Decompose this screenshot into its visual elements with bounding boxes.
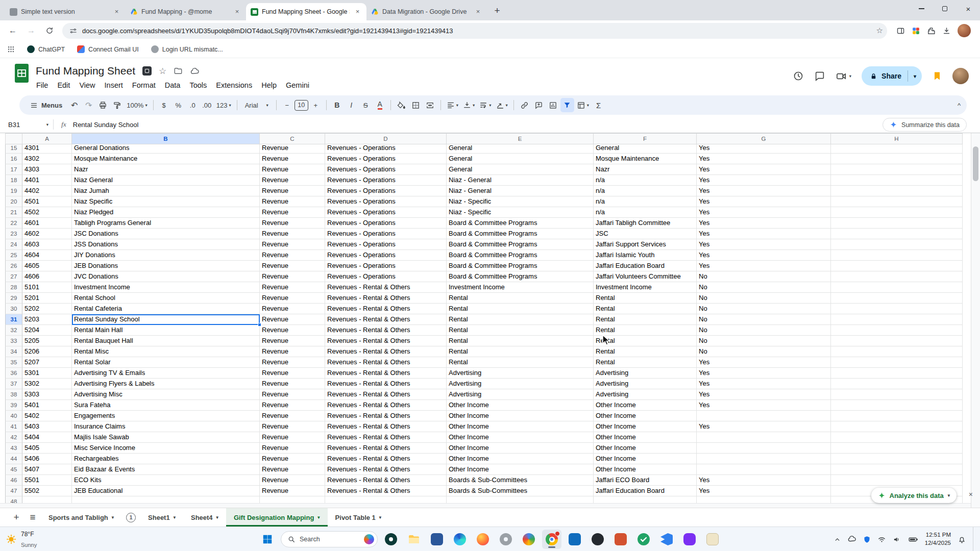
cell-H18[interactable] bbox=[831, 175, 963, 186]
apps-grid-icon[interactable] bbox=[7, 45, 15, 53]
cell-D18[interactable]: Revenues - Operations bbox=[325, 175, 447, 186]
cell-F18[interactable]: n/a bbox=[594, 175, 697, 186]
cell-H43[interactable] bbox=[831, 443, 963, 454]
column-header-C[interactable]: C bbox=[260, 133, 325, 144]
row-header-15[interactable]: 15 bbox=[5, 144, 22, 154]
menu-help[interactable]: Help bbox=[257, 80, 281, 91]
cell-A48[interactable] bbox=[22, 496, 72, 503]
column-header-F[interactable]: F bbox=[594, 133, 697, 144]
security-shield-icon[interactable] bbox=[863, 536, 871, 543]
cell-E46[interactable]: Boards & Sub-Committees bbox=[447, 475, 594, 486]
row-header-23[interactable]: 23 bbox=[5, 229, 22, 239]
row-header-41[interactable]: 41 bbox=[5, 421, 22, 432]
row-header-34[interactable]: 34 bbox=[5, 346, 22, 357]
currency-format-button[interactable]: $ bbox=[157, 98, 171, 112]
cell-G17[interactable]: Yes bbox=[697, 164, 831, 175]
cell-H20[interactable] bbox=[831, 196, 963, 207]
cell-B42[interactable]: Majlis Isale Sawab bbox=[72, 432, 260, 443]
cell-H23[interactable] bbox=[831, 229, 963, 239]
browser-tab-simple-text[interactable]: Simple text version × bbox=[5, 3, 126, 20]
cell-G42[interactable] bbox=[697, 432, 831, 443]
weather-widget[interactable]: 78°FSunny bbox=[6, 527, 37, 551]
cell-E20[interactable]: Niaz - Specific bbox=[447, 196, 594, 207]
cell-H25[interactable] bbox=[831, 250, 963, 261]
cell-B15[interactable]: General Donations bbox=[72, 144, 260, 154]
close-tab-icon[interactable]: × bbox=[233, 8, 241, 16]
cell-D25[interactable]: Revenues - Operations bbox=[325, 250, 447, 261]
cell-E43[interactable]: Other Income bbox=[447, 443, 594, 454]
cell-A45[interactable]: 5407 bbox=[22, 464, 72, 475]
dismiss-analyze-icon[interactable]: × bbox=[969, 490, 973, 498]
row-header-31[interactable]: 31 bbox=[5, 314, 22, 325]
cell-D32[interactable]: Revenues - Rental & Others bbox=[325, 325, 447, 336]
cell-G33[interactable]: No bbox=[697, 336, 831, 346]
cell-H32[interactable] bbox=[831, 325, 963, 336]
cell-H16[interactable] bbox=[831, 154, 963, 164]
extension-icon[interactable] bbox=[912, 27, 920, 35]
add-sheet-button[interactable]: + bbox=[8, 510, 24, 525]
analyze-data-button[interactable]: Analyze this data ▾ bbox=[871, 488, 957, 503]
notepad-icon[interactable] bbox=[703, 530, 722, 549]
cell-D20[interactable]: Revenues - Operations bbox=[325, 196, 447, 207]
cell-G30[interactable]: No bbox=[697, 304, 831, 314]
bookmark-login-url[interactable]: Login URL mismatc... bbox=[151, 45, 223, 53]
menu-tools[interactable]: Tools bbox=[185, 80, 211, 91]
cell-G41[interactable]: Yes bbox=[697, 421, 831, 432]
cell-A28[interactable]: 5101 bbox=[22, 282, 72, 293]
comments-icon[interactable] bbox=[814, 70, 825, 82]
menu-file[interactable]: File bbox=[32, 80, 53, 91]
cell-G39[interactable]: Yes bbox=[697, 400, 831, 411]
cell-H41[interactable] bbox=[831, 421, 963, 432]
address-bar[interactable]: docs.google.com/spreadsheets/d/1YKUD35up… bbox=[62, 23, 887, 39]
zoom-select[interactable]: 100%▾ bbox=[125, 98, 150, 112]
borders-icon[interactable] bbox=[409, 98, 423, 112]
cell-H35[interactable] bbox=[831, 357, 963, 368]
cell-G44[interactable] bbox=[697, 454, 831, 464]
sheets-logo-icon[interactable] bbox=[14, 63, 29, 83]
menu-insert[interactable]: Insert bbox=[100, 80, 128, 91]
cell-H19[interactable] bbox=[831, 186, 963, 196]
cell-B34[interactable]: Rental Misc bbox=[72, 346, 260, 357]
browser-tab-data-migration[interactable]: Data Migration - Google Drive × bbox=[366, 3, 487, 20]
cell-G36[interactable]: Yes bbox=[697, 368, 831, 379]
cell-G43[interactable] bbox=[697, 443, 831, 454]
cell-H36[interactable] bbox=[831, 368, 963, 379]
column-header-B[interactable]: B bbox=[72, 133, 260, 144]
edge-icon[interactable] bbox=[450, 530, 470, 549]
collapse-toolbar-icon[interactable]: ^ bbox=[958, 102, 961, 109]
cell-B33[interactable]: Rental Bauquet Hall bbox=[72, 336, 260, 346]
cell-A21[interactable]: 4502 bbox=[22, 207, 72, 218]
cell-C40[interactable]: Revenue bbox=[260, 411, 325, 421]
cell-D28[interactable]: Revenues - Rental & Others bbox=[325, 282, 447, 293]
cell-G40[interactable] bbox=[697, 411, 831, 421]
cell-G45[interactable] bbox=[697, 464, 831, 475]
vscode-icon[interactable] bbox=[657, 530, 676, 549]
cell-F20[interactable]: n/a bbox=[594, 196, 697, 207]
cell-E24[interactable]: Board & Committee Programs bbox=[447, 239, 594, 250]
cell-A27[interactable]: 4606 bbox=[22, 271, 72, 282]
row-header-36[interactable]: 36 bbox=[5, 368, 22, 379]
cell-F36[interactable]: Advertising bbox=[594, 368, 697, 379]
row-header-32[interactable]: 32 bbox=[5, 325, 22, 336]
cell-F40[interactable]: Other Income bbox=[594, 411, 697, 421]
row-header-37[interactable]: 37 bbox=[5, 379, 22, 389]
cell-G28[interactable]: No bbox=[697, 282, 831, 293]
undo-icon[interactable]: ↶ bbox=[67, 98, 81, 112]
increase-decimal-button[interactable]: .00 bbox=[200, 98, 214, 112]
cell-A32[interactable]: 5204 bbox=[22, 325, 72, 336]
cell-E18[interactable]: Niaz - General bbox=[447, 175, 594, 186]
text-rotation-button[interactable]: ▾ bbox=[494, 98, 510, 112]
cell-D34[interactable]: Revenues - Rental & Others bbox=[325, 346, 447, 357]
cell-F31[interactable]: Rental bbox=[594, 314, 697, 325]
chevron-down-icon[interactable]: ▾ bbox=[317, 515, 320, 520]
cell-A39[interactable]: 5401 bbox=[22, 400, 72, 411]
filter-views-icon[interactable]: ▾ bbox=[575, 98, 591, 112]
cell-A46[interactable]: 5501 bbox=[22, 475, 72, 486]
cell-F29[interactable]: Rental bbox=[594, 293, 697, 304]
cell-H17[interactable] bbox=[831, 164, 963, 175]
cell-B41[interactable]: Insurance Claims bbox=[72, 421, 260, 432]
cell-C16[interactable]: Revenue bbox=[260, 154, 325, 164]
cell-E32[interactable]: Rental bbox=[447, 325, 594, 336]
browser-tab-fund-mapping-sheet[interactable]: Fund Mapping Sheet - Google Sheets × bbox=[246, 3, 366, 20]
bold-button[interactable]: B bbox=[330, 98, 344, 112]
